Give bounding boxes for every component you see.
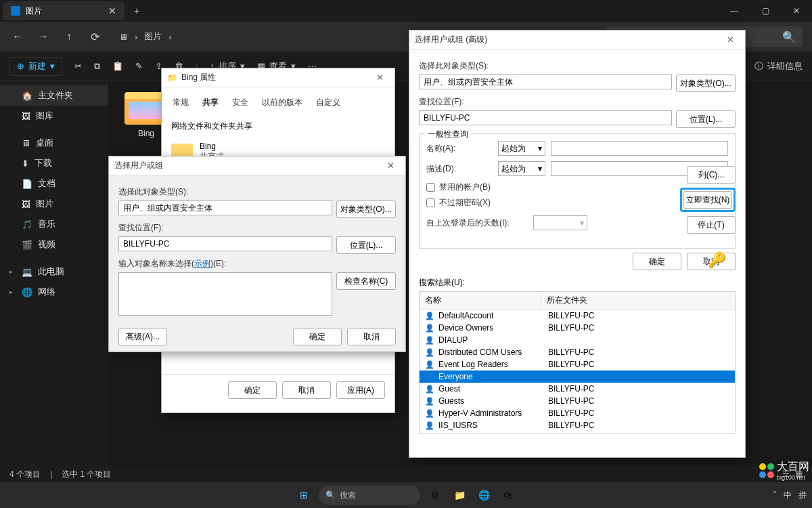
ok-button[interactable]: 确定	[228, 381, 277, 399]
sidebar-item-desktop[interactable]: 🖥桌面	[0, 133, 108, 153]
result-row[interactable]: 👤GuestsBILLYFU-PC	[420, 395, 735, 407]
tab-pictures[interactable]: 图片 ✕	[3, 1, 125, 20]
tab-share[interactable]: 共享	[201, 94, 220, 111]
tab-custom[interactable]: 自定义	[315, 94, 342, 111]
name-input[interactable]	[551, 141, 728, 156]
rename-button[interactable]: ✎	[135, 61, 143, 71]
close-button[interactable]: ✕	[781, 0, 812, 22]
dialog-title: 选择用户或组 (高级)	[415, 34, 487, 45]
result-row[interactable]: 👤DefaultAccountBILLYFU-PC	[420, 310, 735, 322]
dialog-titlebar[interactable]: 选择用户或组 ✕	[109, 156, 405, 175]
location-label: 查找位置(F):	[419, 96, 736, 108]
sidebar-item-videos[interactable]: 🎬视频	[0, 234, 108, 255]
taskview-button[interactable]: ⧉	[426, 486, 445, 505]
query-legend: 一般性查询	[425, 129, 471, 140]
info-icon: ⓘ	[754, 60, 763, 72]
watermark-brand: 大百网	[777, 460, 809, 474]
start-button[interactable]: ⊞	[294, 486, 313, 505]
result-row[interactable]: 👤GuestBILLYFU-PC	[420, 383, 735, 395]
breadcrumb-item[interactable]: 图片	[144, 30, 162, 43]
stop-button[interactable]: 停止(T)	[687, 216, 736, 234]
results-list[interactable]: 名称 所在文件夹 👤DefaultAccountBILLYFU-PC👤Devic…	[419, 291, 736, 433]
result-row[interactable]: 👤IIS_IUSRSBILLYFU-PC	[420, 419, 735, 431]
tab-security[interactable]: 安全	[231, 94, 250, 111]
result-row[interactable]: 👤Device OwnersBILLYFU-PC	[420, 322, 735, 334]
taskbar-search[interactable]: 🔍搜索	[319, 486, 420, 505]
location-field[interactable]	[419, 110, 672, 125]
tray-chevron-icon[interactable]: ˄	[773, 490, 777, 500]
sidebar-item-documents[interactable]: 📄文档	[0, 173, 108, 194]
refresh-button[interactable]: ⟳	[87, 28, 103, 45]
names-input[interactable]	[118, 272, 332, 316]
result-row[interactable]: 👤INTERACTIVE	[420, 431, 735, 433]
dialog-titlebar[interactable]: 📁 Bing 属性 ✕	[162, 68, 394, 87]
columns-button[interactable]: 列(C)...	[687, 166, 736, 184]
result-row[interactable]: 👤Hyper-V AdministratorsBILLYFU-PC	[420, 407, 735, 419]
details-button[interactable]: ⓘ详细信息	[754, 60, 803, 72]
apply-button[interactable]: 应用(A)	[336, 381, 385, 399]
rename-icon: ✎	[135, 61, 143, 71]
object-type-button[interactable]: 对象类型(O)...	[336, 200, 396, 218]
properties-tabs: 常规 共享 安全 以前的版本 自定义	[162, 87, 394, 111]
dialog-titlebar[interactable]: 选择用户或组 (高级) ✕	[409, 30, 745, 49]
tab-previous[interactable]: 以前的版本	[261, 94, 304, 111]
close-icon[interactable]: ✕	[381, 158, 400, 173]
result-row[interactable]: 👤Everyone	[420, 371, 735, 383]
cancel-button[interactable]: 取消	[282, 381, 331, 399]
taskbar-store[interactable]: 🛍	[499, 486, 518, 505]
minimize-button[interactable]: —	[719, 0, 750, 22]
sidebar-item-thispc[interactable]: ▸💻此电脑	[0, 261, 108, 282]
paste-button[interactable]: 📋	[112, 61, 123, 71]
result-row[interactable]: 👤DIALUP	[420, 334, 735, 346]
desc-op-combo[interactable]: 起始为▾	[498, 161, 545, 176]
result-row[interactable]: 👤Event Log ReadersBILLYFU-PC	[420, 358, 735, 371]
home-icon: 🏠	[22, 91, 32, 101]
copy-button[interactable]: ⧉	[94, 61, 100, 72]
new-button[interactable]: ⊕新建▾	[9, 57, 62, 76]
col-name[interactable]: 名称	[420, 292, 541, 309]
close-icon[interactable]: ✕	[370, 70, 389, 85]
sidebar-item-music[interactable]: 🎵音乐	[0, 214, 108, 234]
location-field[interactable]	[118, 236, 332, 251]
principal-icon: 👤	[425, 324, 436, 333]
col-folder[interactable]: 所在文件夹	[541, 292, 735, 309]
cancel-button[interactable]: 取消	[347, 328, 396, 345]
example-link[interactable]: 示例	[194, 259, 210, 268]
check-names-button[interactable]: 检查名称(C)	[336, 272, 396, 290]
close-icon[interactable]: ✕	[721, 33, 740, 47]
sidebar-item-home[interactable]: 🏠主文件夹	[0, 85, 108, 106]
object-type-button[interactable]: 对象类型(O)...	[676, 75, 736, 92]
find-now-button[interactable]: 立即查找(N)	[683, 191, 732, 209]
location-button[interactable]: 位置(L)...	[336, 236, 396, 254]
forward-button[interactable]: →	[35, 28, 51, 45]
principal-icon: 👤	[425, 373, 436, 381]
sidebar-item-gallery[interactable]: 🖼图库	[0, 106, 108, 126]
cut-button[interactable]: ✂	[74, 61, 82, 71]
result-row[interactable]: 👤Distributed COM UsersBILLYFU-PC	[420, 346, 735, 358]
breadcrumb[interactable]: 🖥› 图片›	[119, 30, 172, 43]
taskbar-explorer[interactable]: 📁	[450, 486, 469, 505]
object-type-field[interactable]	[118, 200, 332, 215]
pc-icon: 💻	[22, 267, 32, 277]
copy-icon: ⧉	[94, 61, 100, 72]
tab-general[interactable]: 常规	[171, 94, 190, 111]
taskbar-edge[interactable]: 🌐	[474, 486, 493, 505]
back-button[interactable]: ←	[9, 28, 26, 45]
pictures-icon	[11, 6, 20, 16]
ime-mode[interactable]: 拼	[798, 490, 807, 501]
object-type-field[interactable]	[419, 75, 672, 89]
up-button[interactable]: ↑	[61, 28, 77, 45]
name-op-combo[interactable]: 起始为▾	[498, 141, 545, 156]
sidebar-item-network[interactable]: ▸🌐网络	[0, 282, 108, 302]
location-button[interactable]: 位置(L)...	[676, 110, 736, 128]
advanced-button[interactable]: 高级(A)...	[118, 328, 167, 345]
close-icon[interactable]: ✕	[108, 5, 116, 16]
ok-button[interactable]: 确定	[293, 328, 342, 345]
search-icon: 🔍	[325, 490, 336, 500]
maximize-button[interactable]: ▢	[750, 0, 781, 22]
sidebar-item-downloads[interactable]: ⬇下载	[0, 153, 108, 173]
new-tab-button[interactable]: +	[125, 5, 149, 16]
ime-lang[interactable]: 中	[784, 490, 792, 501]
sidebar-item-pictures[interactable]: 🖼图片	[0, 194, 108, 214]
ok-button[interactable]: 确定	[633, 253, 681, 270]
